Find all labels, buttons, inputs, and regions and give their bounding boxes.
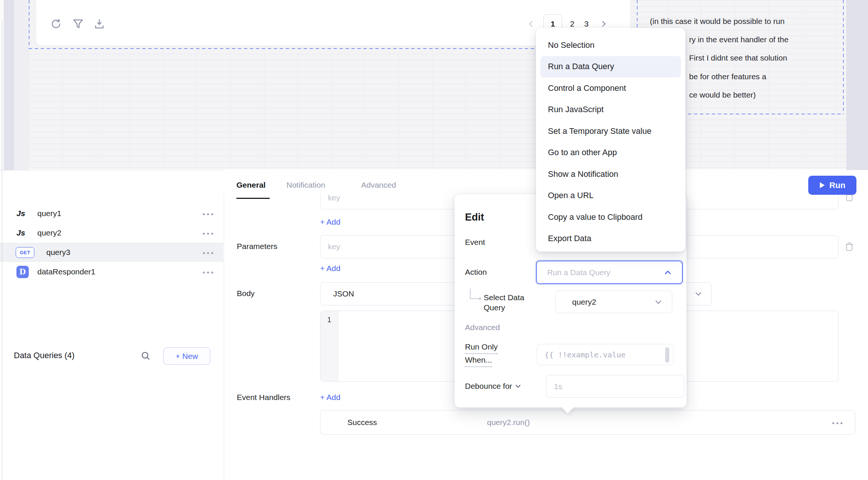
query-name: dataResponder1 <box>37 267 95 276</box>
data-responder-icon: D <box>16 266 29 278</box>
query-name: query3 <box>46 248 70 257</box>
query-name: query2 <box>37 228 61 237</box>
menu-item-run-a-data-query[interactable]: Run a Data Query <box>540 56 681 78</box>
query-more-icon[interactable] <box>202 231 215 235</box>
menu-item-control-a-component[interactable]: Control a Component <box>536 77 685 99</box>
chevron-down-icon <box>514 382 522 390</box>
action-label: Action <box>465 268 487 277</box>
query-more-icon[interactable] <box>202 211 215 216</box>
data-query-select[interactable]: query2 <box>555 290 672 313</box>
run-only-when-label: Run Only When... <box>465 342 498 367</box>
filter-icon[interactable] <box>72 18 84 30</box>
menu-item-show-notification[interactable]: Show a Notification <box>536 163 685 185</box>
data-queries-title: Data Queries (4) <box>14 351 75 360</box>
action-dropdown-menu: No Selection Run a Data Query Control a … <box>536 28 685 252</box>
advanced-section-label: Advanced <box>465 323 500 332</box>
run-only-when-input[interactable]: {{ !!example.value <box>537 344 673 365</box>
table-selection-border-left <box>29 0 30 49</box>
event-handlers-label: Event Handlers <box>237 393 291 402</box>
get-method-badge: GET <box>16 247 34 258</box>
canvas-area: (in this case it would be possible to ru… <box>0 0 868 170</box>
query-list-item[interactable]: Js query1 <box>0 204 223 223</box>
menu-item-export-data[interactable]: Export Data <box>536 228 685 250</box>
query-list-item[interactable]: Js query2 <box>0 223 223 243</box>
debounce-input[interactable]: 1s <box>546 375 684 398</box>
run-button[interactable]: Run <box>808 176 856 195</box>
query-more-icon[interactable] <box>202 270 215 274</box>
trash-icon[interactable] <box>844 241 855 252</box>
query-list-item-selected[interactable]: GET query3 <box>0 243 223 262</box>
popup-title: Edit <box>465 212 484 223</box>
data-queries-panel: Data Queries (4) + New Js query1 Js quer… <box>0 170 224 480</box>
input-scrollbar <box>665 347 669 363</box>
chevron-up-icon <box>663 268 672 277</box>
query-name: query1 <box>37 209 61 218</box>
parameters-label: Parameters <box>237 242 278 251</box>
tab-notification[interactable]: Notification <box>286 181 325 190</box>
menu-item-copy-to-clipboard[interactable]: Copy a value to Clipboard <box>536 206 685 228</box>
comment-widget-line[interactable]: ry in the event handler of the <box>689 34 788 45</box>
event-handler-row[interactable]: Success query2.run() <box>320 410 855 435</box>
menu-item-run-javascript[interactable]: Run JavaScript <box>536 99 685 121</box>
download-icon[interactable] <box>93 18 105 30</box>
window-left-edge <box>2 21 2 480</box>
app-screen: (in this case it would be possible to ru… <box>0 0 868 480</box>
page-prev-icon[interactable] <box>526 18 537 30</box>
editor-gutter: 1 <box>320 311 338 381</box>
body-label: Body <box>237 289 255 298</box>
menu-item-no-selection[interactable]: No Selection <box>536 34 685 56</box>
add-parameter-link[interactable]: + Add <box>320 264 340 273</box>
play-icon <box>819 182 825 188</box>
query-more-icon[interactable] <box>202 250 215 255</box>
chevron-down-icon <box>654 298 663 307</box>
comment-widget-line[interactable]: be for other features a <box>689 71 766 82</box>
add-header-link[interactable]: + Add <box>320 218 340 227</box>
page-number[interactable]: 2 <box>565 19 579 28</box>
tab-advanced[interactable]: Advanced <box>361 181 396 190</box>
trash-icon[interactable] <box>844 194 855 203</box>
select-data-query-label: Select Data Query <box>484 292 524 313</box>
menu-item-go-to-other-app[interactable]: Go to an other App <box>536 142 685 164</box>
page-next-icon[interactable] <box>598 18 609 30</box>
search-icon[interactable] <box>140 351 151 361</box>
event-handler-more-icon[interactable] <box>831 420 844 425</box>
comment-widget-line[interactable]: First I didnt see that solution <box>689 53 787 63</box>
active-tab-underline <box>236 198 270 199</box>
canvas-left-margin <box>14 0 29 170</box>
chevron-down-icon <box>694 289 703 298</box>
comment-widget-line[interactable]: ce would be better) <box>689 90 756 100</box>
comment-widget-line[interactable]: (in this case it would be possible to ru… <box>650 16 785 27</box>
comment-selection-border-right <box>843 0 844 114</box>
app-right-background <box>846 0 868 170</box>
page-number[interactable]: 3 <box>579 19 593 28</box>
js-query-icon: Js <box>16 209 25 218</box>
refresh-icon[interactable] <box>50 18 62 30</box>
add-event-handler-link[interactable]: + Add <box>320 393 340 402</box>
menu-item-set-temporary-state[interactable]: Set a Temporary State value <box>536 120 685 142</box>
menu-item-open-a-url[interactable]: Open a URL <box>536 185 685 207</box>
app-left-background <box>4 0 14 170</box>
action-select[interactable]: Run a Data Query <box>536 261 683 284</box>
event-handler-event: Success <box>320 418 377 427</box>
js-query-icon: Js <box>16 228 25 237</box>
tree-branch-icon <box>470 289 479 299</box>
debounce-label[interactable]: Debounce for <box>465 382 522 391</box>
new-query-button[interactable]: + New <box>163 347 210 365</box>
query-list-item[interactable]: D dataResponder1 <box>0 262 223 281</box>
event-label: Event <box>465 238 485 247</box>
event-handler-action: query2.run() <box>487 418 530 427</box>
tab-general[interactable]: General <box>236 181 266 190</box>
